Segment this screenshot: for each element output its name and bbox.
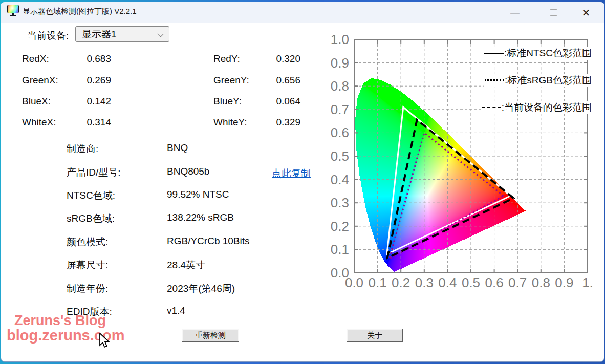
device-selector-value: 显示器1: [82, 28, 117, 41]
x-axis-tick-labels: 0.00.10.20.30.40.50.60.70.80.91.: [354, 275, 600, 290]
maximize-icon: [550, 9, 557, 16]
manufacturer-label: 制造商:: [67, 142, 98, 156]
y-tick-label: 0.6: [325, 125, 349, 140]
redy-value: 0.320: [253, 53, 300, 65]
window-title: 显示器色域检测(图拉丁版) V2.2.1: [23, 7, 137, 16]
ntsc-gamut-value: 99.52% NTSC: [167, 189, 229, 200]
y-tick-label: 0.1: [325, 242, 349, 256]
minimize-button[interactable]: —: [500, 2, 530, 23]
color-mode-value: RGB/YCrCb 10Bits: [167, 235, 250, 247]
maximize-button[interactable]: [538, 2, 569, 23]
about-button[interactable]: 关于: [347, 329, 403, 342]
y-tick-label: 0.7: [325, 102, 349, 117]
srgb-gamut-label: sRGB色域:: [67, 212, 115, 225]
monitor-icon: [7, 5, 19, 13]
y-tick-label: 0.5: [325, 149, 349, 163]
copy-link[interactable]: 点此复制: [272, 167, 311, 180]
legend-line-dotted-icon: [485, 79, 504, 81]
greeny-value: 0.656: [253, 75, 300, 86]
legend-item-device: :当前设备的色彩范围: [481, 101, 593, 114]
manufacture-year-label: 制造年份:: [67, 282, 108, 295]
screen-size-label: 屏幕尺寸:: [67, 259, 108, 272]
legend-item-ntsc: :标准NTSC色彩范围: [483, 47, 593, 60]
manufacture-year-value: 2023年(第46周): [167, 282, 235, 295]
y-tick-label: 0.3: [325, 196, 349, 210]
whitey-label: WhiteY:: [213, 117, 247, 128]
redy-label: RedY:: [213, 53, 240, 65]
srgb-gamut-value: 138.22% sRGB: [167, 212, 234, 223]
edid-version-label: EDID版本:: [67, 305, 112, 318]
y-tick-label: 0.9: [325, 56, 349, 70]
close-button[interactable]: ✕: [571, 2, 601, 23]
greenx-value: 0.269: [64, 75, 111, 86]
product-id-value: BNQ805b: [167, 166, 209, 177]
device-selector-dropdown[interactable]: 显示器1: [75, 26, 169, 42]
legend-line-solid-icon: [484, 53, 504, 54]
y-tick-label: 0.2: [325, 219, 349, 233]
x-tick-label: 1.: [573, 275, 602, 291]
redx-label: RedX:: [22, 53, 49, 65]
app-icon: [7, 5, 19, 16]
y-tick-label: 0.8: [325, 79, 349, 93]
screen-size-value: 28.4英寸: [167, 259, 205, 272]
ntsc-gamut-label: NTSC色域:: [67, 189, 115, 202]
close-icon: ✕: [582, 7, 591, 19]
recheck-button[interactable]: 重新检测: [182, 329, 239, 342]
legend-label-srgb: :标准sRGB色彩范围: [505, 75, 592, 85]
y-tick-label: 1.0: [325, 32, 349, 47]
redx-value: 0.683: [64, 53, 111, 65]
manufacturer-value: BNQ: [167, 142, 188, 154]
device-selector-label: 当前设备:: [27, 29, 69, 42]
greeny-label: GreenY:: [213, 75, 249, 86]
y-axis-tick-labels: 1.00.90.80.70.60.50.40.30.20.10.0: [327, 39, 351, 273]
bluey-label: BlueY:: [213, 96, 242, 107]
whitex-value: 0.314: [64, 117, 111, 128]
product-id-label: 产品ID/型号:: [67, 166, 121, 179]
edid-version-value: v1.4: [167, 305, 185, 316]
legend-label-device: :当前设备的色彩范围: [502, 102, 592, 113]
whitey-value: 0.329: [253, 117, 300, 128]
legend-item-srgb: :标准sRGB色彩范围: [484, 74, 593, 87]
legend-line-dashed-icon: [482, 107, 501, 108]
bluex-value: 0.142: [64, 96, 111, 107]
color-mode-label: 颜色模式:: [67, 235, 108, 249]
greenx-label: GreenX:: [22, 75, 58, 86]
legend-label-ntsc: :标准NTSC色彩范围: [504, 48, 592, 58]
minimize-icon: —: [510, 7, 520, 18]
chevron-down-icon: [158, 31, 163, 37]
bluey-value: 0.064: [253, 96, 300, 107]
whitex-label: WhiteX:: [22, 117, 56, 128]
y-tick-label: 0.4: [325, 173, 349, 187]
bluex-label: BlueX:: [22, 96, 51, 107]
